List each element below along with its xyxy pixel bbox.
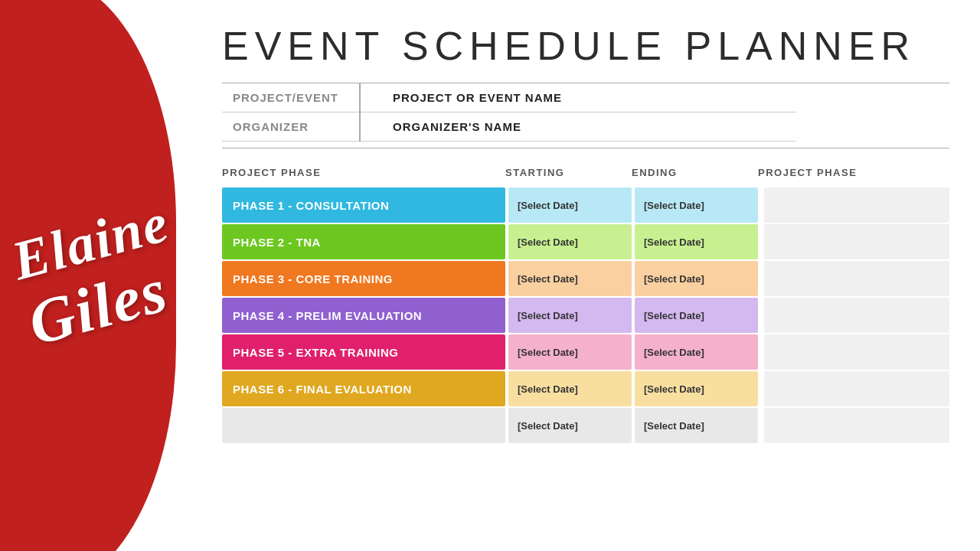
end-date-3[interactable]: [Select Date] (635, 261, 758, 296)
schedule-row: PHASE 6 - FINAL EVALUATION[Select Date][… (222, 371, 949, 406)
phase-label-5[interactable]: PHASE 5 - EXTRA TRAINING (222, 334, 505, 370)
schedule-row: PHASE 2 - TNA[Select Date][Select Date] (222, 224, 949, 259)
col-header-starting: STARTING (505, 164, 632, 181)
phase-label-1[interactable]: PHASE 1 - CONSULTATION (222, 187, 505, 223)
col-header-ending: ENDING (632, 164, 758, 181)
phase-right-4 (764, 298, 949, 333)
phase-right-7 (764, 408, 949, 443)
schedule-section: PROJECT PHASE STARTING ENDING PROJECT PH… (222, 164, 949, 536)
sidebar: Elaine Giles (0, 0, 199, 551)
schedule-headers: PROJECT PHASE STARTING ENDING PROJECT PH… (222, 164, 949, 181)
end-date-1[interactable]: [Select Date] (635, 187, 758, 223)
end-date-7[interactable]: [Select Date] (635, 408, 758, 443)
phase-right-5 (764, 334, 949, 370)
start-date-3[interactable]: [Select Date] (508, 261, 632, 296)
main-content: EVENT SCHEDULE PLANNER PROJECT/EVENT PRO… (199, 0, 980, 551)
phase-label-7[interactable] (222, 408, 505, 443)
start-date-7[interactable]: [Select Date] (508, 408, 632, 443)
phase-label-2[interactable]: PHASE 2 - TNA (222, 224, 505, 259)
info-table: PROJECT/EVENT PROJECT OR EVENT NAME ORGA… (222, 83, 796, 142)
phase-right-2 (764, 224, 949, 259)
col-header-phase-right: PROJECT PHASE (758, 164, 949, 181)
end-date-2[interactable]: [Select Date] (635, 224, 758, 259)
phase-right-3 (764, 261, 949, 296)
project-label: PROJECT/EVENT (222, 83, 360, 112)
phase-label-6[interactable]: PHASE 6 - FINAL EVALUATION (222, 371, 505, 406)
bottom-divider (222, 148, 949, 148)
page-title: EVENT SCHEDULE PLANNER (222, 23, 949, 69)
start-date-2[interactable]: [Select Date] (508, 224, 632, 259)
phase-right-6 (764, 371, 949, 406)
start-date-5[interactable]: [Select Date] (508, 334, 632, 370)
organizer-label: ORGANIZER (222, 112, 360, 142)
table-divider (360, 83, 382, 112)
phase-label-3[interactable]: PHASE 3 - CORE TRAINING (222, 261, 505, 296)
organizer-value[interactable]: ORGANIZER'S NAME (382, 112, 796, 142)
table-divider2 (360, 112, 382, 142)
start-date-6[interactable]: [Select Date] (508, 371, 632, 406)
col-header-phase: PROJECT PHASE (222, 164, 505, 181)
phase-label-4[interactable]: PHASE 4 - PRELIM EVALUATION (222, 298, 505, 333)
end-date-4[interactable]: [Select Date] (635, 298, 758, 333)
organizer-row: ORGANIZER ORGANIZER'S NAME (222, 112, 796, 142)
start-date-4[interactable]: [Select Date] (508, 298, 632, 333)
schedule-row: [Select Date][Select Date] (222, 408, 949, 443)
schedule-row: PHASE 4 - PRELIM EVALUATION[Select Date]… (222, 298, 949, 333)
start-date-1[interactable]: [Select Date] (508, 187, 632, 223)
project-value[interactable]: PROJECT OR EVENT NAME (382, 83, 796, 112)
project-row: PROJECT/EVENT PROJECT OR EVENT NAME (222, 83, 796, 112)
schedule-rows: PHASE 1 - CONSULTATION[Select Date][Sele… (222, 187, 949, 445)
schedule-row: PHASE 3 - CORE TRAINING[Select Date][Sel… (222, 261, 949, 296)
end-date-5[interactable]: [Select Date] (635, 334, 758, 370)
schedule-row: PHASE 5 - EXTRA TRAINING[Select Date][Se… (222, 334, 949, 370)
end-date-6[interactable]: [Select Date] (635, 371, 758, 406)
schedule-row: PHASE 1 - CONSULTATION[Select Date][Sele… (222, 187, 949, 223)
phase-right-1 (764, 187, 949, 223)
